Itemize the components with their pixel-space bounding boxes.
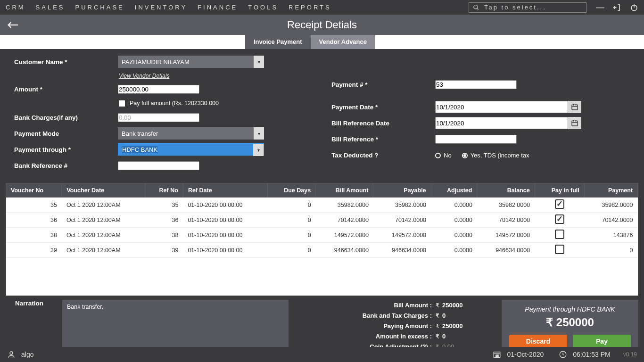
tab-invoice-payment[interactable]: Invoice Payment [245,35,311,49]
calendar-icon: 15 [493,350,501,359]
bankref-label: Bank Reference # [14,162,118,169]
table-row[interactable]: 36Oct 1 2020 12:00AM3601-10-2020 00:00:0… [6,213,638,228]
paybox-title: Payment through HDFC BANK [509,305,631,313]
calendar-icon[interactable] [568,117,581,129]
top-menubar: CRMSALESPURCHASEINVENTORYFINANCETOOLSREP… [0,0,644,15]
table-row[interactable]: 39Oct 1 2020 12:00AM3901-10-2020 00:00:0… [6,243,638,258]
paythrough-value: HDFC BANK [122,146,157,153]
calendar-icon[interactable] [568,101,581,113]
menu-purchase[interactable]: PURCHASE [75,4,124,11]
menu-tools[interactable]: TOOLS [248,4,278,11]
clock-icon [559,350,567,359]
billrefdate-input[interactable] [435,117,568,129]
tax-yes-radio[interactable]: Yes, TDS (income tax [462,152,529,159]
customer-value: PAZHAMUDIR NILAYAM [122,58,190,66]
status-time: 06:01:53 PM [573,351,610,358]
status-version: v0.19 [623,351,637,358]
search-placeholder: Tap to select... [484,4,546,11]
power-icon[interactable] [630,3,638,12]
paymode-value: Bank transfer [122,130,158,137]
tab-vendor-advance[interactable]: Vendor Advance [311,35,375,49]
status-date: 01-Oct-2020 [507,351,544,358]
paythrough-select[interactable]: HDFC BANK ▾ [118,143,264,156]
pay-button[interactable]: Pay [573,335,631,348]
bankcharges-label: Bank Charges(if any) [14,114,118,121]
table-row[interactable]: 38Oct 1 2020 12:00AM3801-10-2020 00:00:0… [6,228,638,243]
pay-summary-box: Payment through HDFC BANK ₹ 250000 Disca… [502,300,638,354]
payfull-label: Pay full amount (Rs. 1202330.000 [130,100,219,107]
paymentno-label: Payment # * [331,81,435,88]
narration-input[interactable]: Bank transfer, [62,300,289,352]
paymode-label: Payment Mode [14,130,118,137]
payfull-row-checkbox[interactable] [555,245,564,254]
chevron-down-icon[interactable]: ▾ [253,144,264,156]
paydate-label: Payment Date * [331,104,435,111]
menu-reports[interactable]: REPORTS [289,4,331,11]
paymode-select[interactable]: Bank transfer ▾ [118,127,264,140]
paymentno-input[interactable] [435,80,517,89]
menu-finance[interactable]: FINANCE [198,4,238,11]
bankcharges-input[interactable] [118,113,199,122]
chevron-down-icon[interactable]: ▾ [254,127,264,140]
svg-point-12 [10,352,13,354]
page-title: Receipt Detials [287,19,357,31]
svg-rect-8 [572,121,578,126]
taxded-label: Tax Deducted ? [331,152,435,159]
tax-no-radio[interactable]: No [435,152,452,159]
paybox-amount: ₹ 250000 [509,316,631,329]
amount-label: Amount * [14,86,118,93]
payfull-row-checkbox[interactable] [555,199,564,209]
paythrough-label: Payment through * [14,146,118,153]
voucher-grid: Voucher NoVoucher DateRef NoRef DateDue … [6,183,638,296]
menu-inventory[interactable]: INVENTORY [135,4,187,11]
svg-rect-4 [572,105,578,110]
billref-input[interactable] [435,135,517,144]
menu-crm[interactable]: CRM [6,4,25,11]
narration-label: Narration [6,300,58,354]
billref-label: Bill Reference * [331,136,435,143]
table-row[interactable]: 35Oct 1 2020 12:00AM3501-10-2020 00:00:0… [6,197,638,213]
main-menu: CRMSALESPURCHASEINVENTORYFINANCETOOLSREP… [6,4,331,11]
payfull-row-checkbox[interactable] [555,214,564,224]
bankref-input[interactable] [118,161,199,170]
logout-icon[interactable] [613,3,621,12]
user-icon [7,350,16,359]
amount-input[interactable] [118,85,199,94]
payfull-row-checkbox[interactable] [555,230,564,239]
view-vendor-link[interactable]: View Vendor Detials [118,73,169,79]
global-search[interactable]: Tap to select... [469,2,586,13]
search-icon [473,4,479,11]
chevron-down-icon[interactable]: ▾ [254,56,264,68]
svg-text:15: 15 [495,354,499,357]
back-icon[interactable] [0,20,24,30]
svg-point-0 [474,5,478,8]
svg-line-1 [477,8,479,9]
minimize-icon[interactable]: — [596,2,604,12]
customer-select[interactable]: PAZHAMUDIR NILAYAM ▾ [118,56,264,68]
page-header: Receipt Detials [0,15,644,35]
billrefdate-label: Bill Reference Date [331,120,435,127]
payfull-checkbox[interactable] [119,100,125,107]
summary-panel: Bill Amount :₹250000 Bank and Tax Charge… [293,300,497,354]
menu-sales[interactable]: SALES [36,4,65,11]
paydate-input[interactable] [435,101,568,113]
status-user: algo [21,351,33,358]
status-bar: algo 15 01-Oct-2020 06:01:53 PM v0.19 [0,347,644,362]
customer-label: Customer Name * [14,58,118,66]
discard-button[interactable]: Discard [509,335,567,348]
tab-bar: Invoice Payment Vendor Advance [0,35,644,49]
